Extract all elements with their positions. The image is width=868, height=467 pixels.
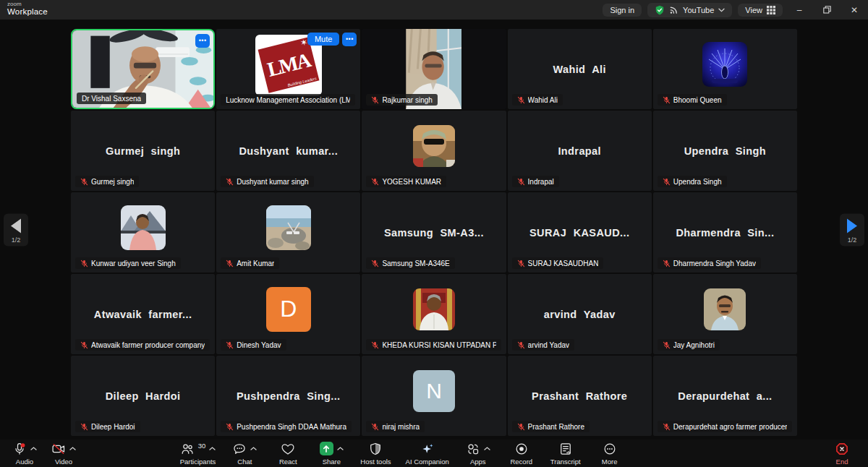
chevron-up-icon[interactable] xyxy=(30,447,37,450)
tile-more-button[interactable]: ••• xyxy=(195,34,210,48)
participant-nametag: arvind Yadav xyxy=(512,339,574,351)
chevron-up-icon[interactable] xyxy=(250,447,257,450)
ai-companion-button[interactable]: AI Companion xyxy=(406,442,449,466)
transcript-icon xyxy=(558,442,573,456)
muted-mic-icon xyxy=(517,260,525,267)
end-meeting-button[interactable]: End xyxy=(827,442,856,466)
muted-mic-icon xyxy=(663,178,671,186)
participant-tile-amit-kumar[interactable]: Amit Kumar xyxy=(216,192,360,273)
participant-tile-rajkumar-singh[interactable]: Rajkumar singh xyxy=(362,29,506,109)
participant-count: 30 xyxy=(198,442,206,450)
minimize-button[interactable]: – xyxy=(788,0,810,20)
live-stream-control[interactable]: YouTube xyxy=(647,3,732,17)
next-page-button[interactable]: 1/2 xyxy=(840,213,864,246)
participant-tile-kheda-kursi[interactable]: KHEDA KURSI KISAN UTPADAN PRODUCER COM..… xyxy=(362,274,506,354)
participant-tile-atwavaik[interactable]: Atwavaik farmer... Atwavaik farmer produ… xyxy=(71,274,215,354)
participant-tile-dr-vishal-saxsena[interactable]: ••• Dr Vishal Saxsena xyxy=(71,29,215,109)
participant-tile-yogesh-kumar[interactable]: YOGESH KUMAR xyxy=(362,111,506,191)
chevron-up-icon[interactable] xyxy=(484,447,490,450)
brand-workplace: Workplace xyxy=(7,7,48,16)
muted-mic-icon xyxy=(663,423,671,431)
participant-tile-samsung[interactable]: Samsung SM-A3... Samsung SM-A346E xyxy=(362,192,506,273)
mute-participant-button[interactable]: Mute xyxy=(307,33,339,46)
muted-mic-icon xyxy=(371,341,379,349)
participant-tile-bhoomi-queen[interactable]: Bhoomi Queen xyxy=(653,29,797,109)
muted-mic-icon xyxy=(371,260,379,267)
participant-tile-wahid-ali[interactable]: Wahid Ali Wahid Ali xyxy=(508,29,652,109)
host-tools-button[interactable]: Host tools xyxy=(360,442,391,466)
muted-mic-icon xyxy=(226,260,234,267)
participant-tile-kunwar-udiyan[interactable]: Kunwar udiyan veer Singh xyxy=(71,192,215,273)
participant-tile-niraj-mishra[interactable]: N niraj mishra xyxy=(362,356,506,436)
sparkle-icon xyxy=(420,442,435,456)
record-icon xyxy=(514,442,529,456)
react-button[interactable]: React xyxy=(273,442,302,466)
participant-nametag: Prashant Rathore xyxy=(512,421,590,432)
sign-in-button[interactable]: Sign in xyxy=(603,4,642,17)
participant-nametag: YOGESH KUMAR xyxy=(366,176,446,187)
participants-button[interactable]: 30 Participants xyxy=(180,442,216,466)
previous-page-button[interactable]: 1/2 xyxy=(4,213,28,246)
audio-button[interactable]: Audio xyxy=(10,442,39,466)
participant-nametag: Gurmej singh xyxy=(75,176,139,187)
participant-tile-dushyant-kumar[interactable]: Dushyant kumar... Dushyant kumar singh xyxy=(216,111,360,191)
muted-mic-icon xyxy=(226,178,234,186)
participant-nametag: Dushyant kumar singh xyxy=(221,176,314,187)
heart-icon xyxy=(281,442,295,456)
share-button[interactable]: Share xyxy=(317,442,346,466)
participant-tile-upendra-singh[interactable]: Upendra Singh Upendra Singh xyxy=(653,111,797,191)
record-button[interactable]: Record xyxy=(507,442,536,466)
muted-mic-icon xyxy=(80,260,88,267)
chevron-up-icon[interactable] xyxy=(209,447,216,450)
participant-nametag: Pushpendra Singh DDAA Mathura xyxy=(221,421,352,432)
avatar-photo xyxy=(702,42,747,87)
muted-mic-icon xyxy=(80,341,88,349)
page-indicator: 1/2 xyxy=(12,236,21,243)
participant-tile-prashant-rathore[interactable]: Prashant Rathore Prashant Rathore xyxy=(508,356,652,436)
participant-tile-gurmej-singh[interactable]: Gurmej singh Gurmej singh xyxy=(71,111,215,191)
participant-tile-arvind-yadav[interactable]: arvind Yadav arvind Yadav xyxy=(508,274,652,354)
letter-avatar: N xyxy=(413,370,455,412)
participant-tile-suraj-kasaudhan[interactable]: SURAJ KASAUD... SURAJ KASAUDHAN xyxy=(508,192,652,273)
muted-mic-icon xyxy=(80,423,88,431)
avatar-photo xyxy=(121,205,166,250)
participant-nametag: Upendra Singh xyxy=(658,176,727,187)
muted-mic-icon xyxy=(517,96,525,104)
restore-button[interactable] xyxy=(816,0,838,20)
participant-tile-dharmendra[interactable]: Dharmendra Sin... Dharmendra Singh Yadav xyxy=(653,192,797,273)
participant-tile-dileep-hardoi[interactable]: Dileep Hardoi Dileep Hardoi xyxy=(71,356,215,436)
participant-tile-indrapal[interactable]: Indrapal Indrapal xyxy=(508,111,652,191)
view-button[interactable]: View xyxy=(738,4,783,17)
chevron-up-icon[interactable] xyxy=(69,447,76,450)
shield-icon xyxy=(368,442,383,456)
participant-nametag: Indrapal xyxy=(512,176,559,187)
transcript-button[interactable]: Transcript xyxy=(550,442,581,466)
participant-tile-lma[interactable]: LMA ✶ Building Leaders Mute ••• Lucknow … xyxy=(216,29,360,109)
muted-mic-icon xyxy=(371,178,379,186)
participant-nametag: Atwavaik farmer producer company Limited xyxy=(75,339,210,351)
letter-avatar: D xyxy=(266,287,311,332)
participant-nametag: Bhoomi Queen xyxy=(658,94,727,106)
participant-nametag: Derapurdehat agro farmer producer compan… xyxy=(658,421,792,432)
participant-nametag: Rajkumar singh xyxy=(366,94,437,106)
participant-tile-dinesh-yadav[interactable]: D Dinesh Yadav xyxy=(216,274,360,354)
apps-button[interactable]: Apps xyxy=(464,442,493,466)
participant-tile-jay-agnihotri[interactable]: Jay Agnihotri xyxy=(653,274,797,354)
participant-nametag: Dileep Hardoi xyxy=(75,421,140,432)
participant-tile-pushpendra[interactable]: Pushpendra Sing... Pushpendra Singh DDAA… xyxy=(216,356,360,436)
more-button[interactable]: More xyxy=(595,442,624,466)
participant-tile-derapurdehat[interactable]: Derapurdehat a... Derapurdehat agro farm… xyxy=(653,356,797,436)
chevron-up-icon[interactable] xyxy=(337,447,344,450)
chat-button[interactable]: Chat xyxy=(230,442,259,466)
close-button[interactable]: ✕ xyxy=(843,0,865,20)
muted-mic-icon xyxy=(517,341,525,349)
gallery-view: ••• Dr Vishal Saxsena LMA ✶ Building Lea… xyxy=(0,20,868,440)
avatar-photo xyxy=(704,288,746,330)
shield-check-icon xyxy=(655,5,665,15)
participant-nametag: Jay Agnihotri xyxy=(658,339,720,351)
video-button[interactable]: Video xyxy=(49,442,78,466)
tile-more-button[interactable]: ••• xyxy=(342,33,357,46)
participant-nametag: Dinesh Yadav xyxy=(221,339,286,351)
participant-nametag: niraj mishra xyxy=(366,421,425,432)
participant-grid: ••• Dr Vishal Saxsena LMA ✶ Building Lea… xyxy=(71,29,797,436)
